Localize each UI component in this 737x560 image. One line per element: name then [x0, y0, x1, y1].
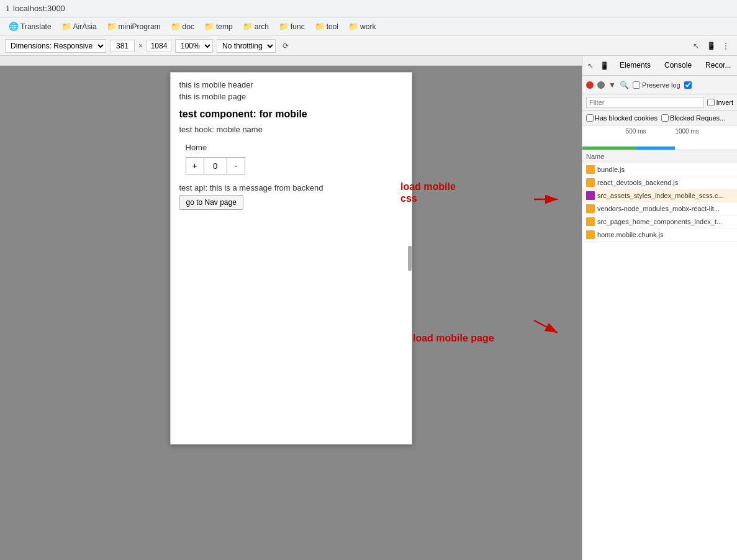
annotation-css-arrow [397, 184, 582, 221]
file-name-react-devtools: react_devtools_backend.js [597, 179, 733, 186]
url-bar[interactable]: localhost:3000 [13, 4, 65, 13]
file-name-bundle: bundle.js [597, 166, 733, 173]
x-separator: × [138, 42, 143, 50]
timeline-bar-blue [636, 147, 675, 150]
width-input[interactable] [110, 40, 135, 52]
globe-icon: 🌐 [9, 22, 19, 31]
more-icon[interactable]: ⋮ [720, 40, 732, 52]
svg-line-3 [534, 320, 558, 333]
blue-checkbox[interactable] [684, 81, 692, 89]
timeline-500ms: 500 ms [626, 128, 646, 135]
file-row-react-devtools[interactable]: react_devtools_backend.js [582, 176, 737, 189]
blocked-requests-check[interactable]: Blocked Reques... [661, 114, 725, 122]
tab-record[interactable]: Recor... [699, 56, 737, 75]
main-area: this is mobile header this is mobile pag… [0, 56, 737, 560]
ruler [0, 56, 582, 66]
folder-icon-6: 📁 [315, 22, 325, 31]
device-tab-icon[interactable]: 📱 [599, 60, 610, 71]
blocked-requests-checkbox[interactable] [661, 114, 669, 122]
file-row-scss[interactable]: src_assets_styles_index_mobile_scss.c... [582, 189, 737, 202]
file-row-vendors[interactable]: vendors-node_modules_mobx-react-lit... [582, 202, 737, 215]
file-name-vendors: vendors-node_modules_mobx-react-lit... [597, 205, 733, 212]
folder-icon-5: 📁 [279, 22, 289, 31]
folder-icon-1: 📁 [107, 22, 117, 31]
timeline: 500 ms 1000 ms [582, 125, 737, 150]
preserve-log-checkbox[interactable] [633, 81, 640, 89]
filter-row2: Has blocked cookies Blocked Reques... [582, 111, 737, 125]
nav-button[interactable]: go to Nav page [179, 195, 243, 210]
toolbar-left: Dimensions: Responsive × 100% No throttl… [5, 39, 686, 53]
network-toolbar: ▼ 🔍 Preserve log [582, 76, 737, 94]
bookmark-miniprogram[interactable]: 📁 miniProgram [103, 20, 165, 32]
counter-section: Home + 0 - [186, 143, 403, 174]
throttle-select[interactable]: No throttling [217, 39, 276, 53]
bookmark-translate[interactable]: 🌐 Translate [5, 20, 55, 32]
invert-check[interactable]: Invert [707, 99, 733, 106]
record-button[interactable] [586, 81, 594, 89]
file-row-bundle[interactable]: bundle.js [582, 163, 737, 176]
folder-icon-4: 📁 [243, 22, 253, 31]
file-row-home-mobile[interactable]: home.mobile.chunk.js [582, 228, 737, 242]
js-icon-1 [586, 178, 595, 187]
counter-controls: + 0 - [186, 157, 403, 174]
file-row-src-pages[interactable]: src_pages_home_components_index_t... [582, 215, 737, 228]
preserve-log-check[interactable]: Preserve log [633, 81, 680, 89]
viewport-area: this is mobile header this is mobile pag… [0, 56, 582, 560]
toolbar-right: ↖ 📱 ⋮ [690, 40, 732, 52]
bookmark-work[interactable]: 📁 work [345, 20, 379, 32]
counter-plus-button[interactable]: + [186, 157, 204, 174]
annotation-page: load mobile page [413, 333, 494, 344]
js-icon-0 [586, 165, 595, 174]
mobile-page: this is mobile page [179, 92, 403, 101]
api-text: test api: this is a message from backend [179, 183, 403, 192]
device-icon[interactable]: 📱 [705, 40, 717, 52]
counter-label: Home [186, 143, 403, 152]
blocked-cookies-check[interactable]: Has blocked cookies [586, 114, 658, 122]
js-icon-2 [586, 204, 595, 213]
resize-handle[interactable] [408, 246, 412, 271]
counter-value: 0 [204, 157, 227, 174]
filter-icon[interactable]: ▼ [608, 81, 616, 89]
annotation-page-arrow [397, 308, 582, 358]
bookmark-func[interactable]: 📁 func [275, 20, 309, 32]
filter-bar: Invert [582, 94, 737, 111]
devtools-toolbar: Dimensions: Responsive × 100% No throttl… [0, 36, 737, 56]
search-icon[interactable]: 🔍 [620, 81, 629, 89]
annotation-page-text: load mobile page [413, 333, 494, 343]
stop-button[interactable] [597, 81, 605, 89]
folder-icon-2: 📁 [171, 22, 181, 31]
bookmark-doc[interactable]: 📁 doc [167, 20, 198, 32]
device-frame: this is mobile header this is mobile pag… [170, 72, 412, 445]
bookmark-tool[interactable]: 📁 tool [311, 20, 342, 32]
blue-checkbox-area [684, 81, 692, 89]
name-col-header: Name [586, 153, 604, 160]
tab-elements[interactable]: Elements [613, 56, 657, 75]
inspect-icon[interactable]: ↖ [585, 60, 596, 71]
folder-icon-3: 📁 [204, 22, 214, 31]
invert-checkbox[interactable] [707, 99, 715, 106]
hook-text: test hook: mobile name [179, 125, 403, 134]
file-list-header: Name [582, 150, 737, 163]
bookmark-arch[interactable]: 📁 arch [239, 20, 273, 32]
file-name-src-pages: src_pages_home_components_index_t... [597, 218, 733, 225]
file-list[interactable]: bundle.js react_devtools_backend.js src_… [582, 163, 737, 560]
devtools-tab-icons-left: ↖ 📱 [585, 60, 610, 71]
filter-input[interactable] [586, 97, 703, 108]
timeline-bar-green [582, 147, 636, 150]
height-input[interactable] [147, 40, 171, 52]
dimensions-select[interactable]: Dimensions: Responsive [5, 39, 106, 53]
bookmark-temp[interactable]: 📁 temp [201, 20, 237, 32]
mobile-header: this is mobile header [179, 80, 403, 89]
info-icon: ℹ [6, 4, 9, 13]
cursor-icon[interactable]: ↖ [690, 40, 702, 52]
address-bar: ℹ localhost:3000 [0, 0, 737, 17]
tab-console[interactable]: Console [658, 56, 698, 75]
bookmarks-bar: 🌐 Translate 📁 AirAsia 📁 miniProgram 📁 do… [0, 17, 737, 36]
bookmark-airasia[interactable]: 📁 AirAsia [58, 20, 101, 32]
counter-minus-button[interactable]: - [227, 157, 245, 174]
rotate-icon[interactable]: ⟳ [279, 40, 292, 52]
devtools-tabs: ↖ 📱 Elements Console Recor... [582, 56, 737, 76]
device-page: this is mobile header this is mobile pag… [171, 73, 412, 217]
blocked-cookies-checkbox[interactable] [586, 114, 594, 122]
zoom-select[interactable]: 100% [175, 39, 213, 53]
